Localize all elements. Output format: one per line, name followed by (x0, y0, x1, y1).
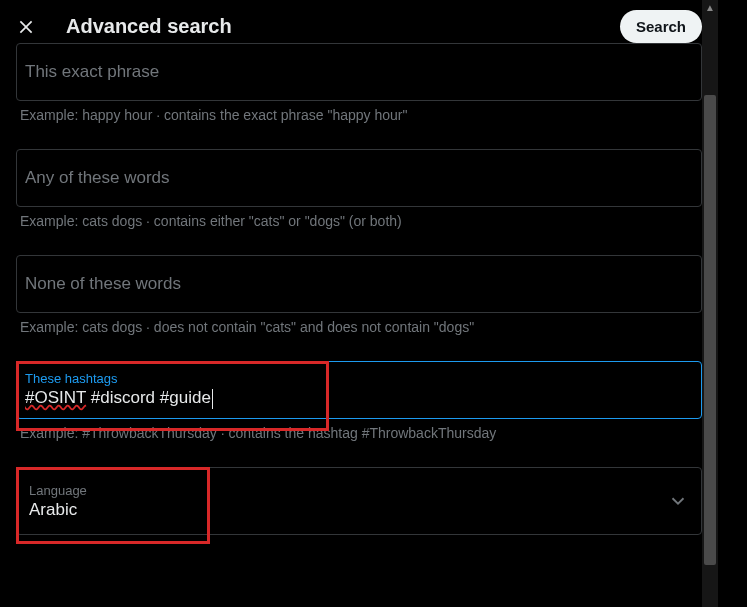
hashtags-group: These hashtags #OSINT #discord #guide Ex… (16, 361, 702, 459)
scroll-arrow-up-icon[interactable]: ▲ (704, 2, 716, 14)
none-words-group: None of these words Example: cats dogs ·… (16, 255, 702, 353)
hashtags-input-container[interactable]: These hashtags #OSINT #discord #guide (16, 361, 702, 419)
none-words-example: Example: cats dogs · does not contain "c… (16, 313, 702, 353)
hashtags-example: Example: #ThrowbackThursday · contains t… (16, 419, 702, 459)
none-words-input-container[interactable]: None of these words (16, 255, 702, 313)
advanced-search-modal: Advanced search Search This exact phrase… (0, 0, 718, 607)
modal-title: Advanced search (66, 15, 620, 38)
scrollbar-track[interactable]: ▲ (702, 0, 718, 607)
none-words-label: None of these words (25, 274, 693, 294)
exact-phrase-group: This exact phrase Example: happy hour · … (16, 43, 702, 141)
search-button[interactable]: Search (620, 10, 702, 43)
close-icon[interactable] (16, 17, 36, 37)
modal-content: This exact phrase Example: happy hour · … (0, 43, 718, 535)
any-words-label: Any of these words (25, 168, 693, 188)
exact-phrase-example: Example: happy hour · contains the exact… (16, 101, 702, 141)
language-select[interactable]: Language Arabic (16, 467, 702, 535)
language-group: Language Arabic (16, 467, 702, 535)
any-words-example: Example: cats dogs · contains either "ca… (16, 207, 702, 247)
chevron-down-icon (667, 490, 689, 512)
exact-phrase-input-container[interactable]: This exact phrase (16, 43, 702, 101)
exact-phrase-label: This exact phrase (25, 62, 693, 82)
any-words-group: Any of these words Example: cats dogs · … (16, 149, 702, 247)
language-value: Arabic (29, 500, 87, 520)
hashtags-value: #OSINT #discord #guide (25, 388, 693, 409)
any-words-input-container[interactable]: Any of these words (16, 149, 702, 207)
scrollbar-thumb[interactable] (704, 95, 716, 565)
language-label: Language (29, 483, 87, 498)
hashtags-label: These hashtags (25, 371, 693, 386)
